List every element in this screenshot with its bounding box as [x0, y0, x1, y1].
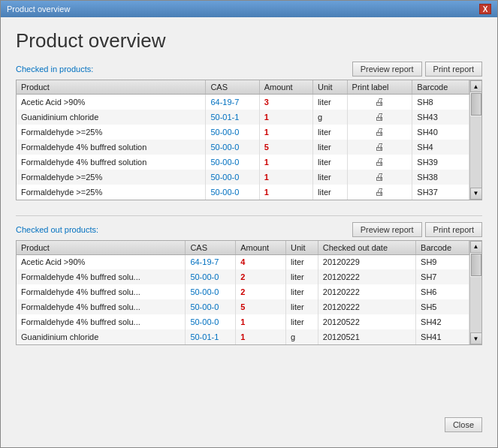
col-unit: Unit: [313, 80, 348, 95]
col-print-label: Print label: [347, 80, 412, 95]
scroll-thumb[interactable]: [471, 93, 481, 116]
checked-out-print-btn[interactable]: Print report: [425, 222, 482, 237]
scroll-down-arrow[interactable]: ▼: [470, 188, 482, 200]
unit-cell: g: [313, 110, 348, 125]
printer-icon[interactable]: 🖨: [375, 96, 385, 107]
table-row[interactable]: Guanidinium chloride 50-01-1 1 g 2012052…: [17, 329, 469, 344]
table-row[interactable]: Formaldehyde 4% buffred solution 50-00-0…: [17, 140, 469, 155]
unit-cell: liter: [313, 125, 348, 140]
cas-cell: 50-00-0: [206, 185, 259, 200]
table-row[interactable]: Formaldehyde 4% buffred solu... 50-00-0 …: [17, 314, 469, 329]
checked-out-section: Checked out products: Preview report Pri…: [16, 222, 482, 346]
printer-icon[interactable]: 🖨: [375, 171, 385, 182]
amount-cell: 1: [236, 329, 286, 344]
checked-in-print-btn[interactable]: Print report: [425, 62, 482, 77]
table-row[interactable]: Formaldehyde 4% buffred solution 50-00-0…: [17, 155, 469, 170]
table-row[interactable]: Formaldehyde 4% buffred solu... 50-00-0 …: [17, 269, 469, 284]
col-barcode-out: Barcode: [416, 241, 469, 255]
checked-in-scrollbar[interactable]: ▲ ▼: [469, 80, 481, 200]
unit-cell: liter: [286, 314, 318, 329]
col-cas-out: CAS: [186, 241, 236, 255]
unit-cell: g: [286, 329, 318, 344]
date-cell: 20120222: [318, 299, 415, 314]
print-label-cell: 🖨: [347, 155, 412, 170]
product-cell: Formaldehyde 4% buffred solu...: [17, 284, 186, 299]
cas-cell: 64-19-7: [206, 95, 259, 110]
print-label-cell: 🖨: [347, 140, 412, 155]
printer-icon[interactable]: 🖨: [375, 111, 385, 122]
scroll-up-arrow-out[interactable]: ▲: [470, 241, 482, 253]
unit-cell: liter: [286, 254, 318, 269]
product-cell: Guanidinium chloride: [17, 329, 186, 344]
cas-cell: 50-00-0: [186, 284, 236, 299]
checked-out-header: Checked out products: Preview report Pri…: [16, 222, 482, 237]
printer-icon[interactable]: 🖨: [375, 186, 385, 197]
barcode-cell: SH7: [416, 269, 469, 284]
checked-in-preview-btn[interactable]: Preview report: [352, 62, 422, 77]
checked-in-header: Checked in products: Preview report Prin…: [16, 62, 482, 77]
product-cell: Formaldehyde >=25%: [17, 125, 206, 140]
print-label-cell: 🖨: [347, 95, 412, 110]
col-barcode: Barcode: [412, 80, 469, 95]
date-cell: 20120522: [318, 314, 415, 329]
unit-cell: liter: [313, 95, 348, 110]
scroll-thumb-out[interactable]: [471, 254, 481, 276]
amount-cell: 1: [259, 155, 312, 170]
product-cell: Acetic Acid >90%: [17, 95, 206, 110]
main-window: Product overview X Product overview Chec…: [0, 0, 498, 448]
amount-cell: 2: [236, 269, 286, 284]
checked-out-table: Product CAS Amount Unit Checked out date…: [17, 241, 469, 345]
barcode-cell: SH8: [412, 95, 469, 110]
close-window-button[interactable]: X: [479, 4, 491, 14]
product-cell: Guanidinium chloride: [17, 110, 206, 125]
barcode-cell: SH41: [416, 329, 469, 344]
date-cell: 20120222: [318, 269, 415, 284]
scroll-track-out: [470, 277, 481, 333]
printer-icon[interactable]: 🖨: [375, 156, 385, 167]
barcode-cell: SH38: [412, 170, 469, 185]
checked-in-section: Checked in products: Preview report Prin…: [16, 62, 482, 200]
scroll-down-arrow-out[interactable]: ▼: [470, 332, 482, 344]
col-cas: CAS: [206, 80, 259, 95]
barcode-cell: SH9: [416, 254, 469, 269]
table-row[interactable]: Formaldehyde >=25% 50-00-0 1 liter 🖨 SH4…: [17, 125, 469, 140]
table-row[interactable]: Formaldehyde 4% buffred solu... 50-00-0 …: [17, 284, 469, 299]
checked-in-table-wrapper: Product CAS Amount Unit Print label Barc…: [16, 80, 482, 200]
checked-out-preview-btn[interactable]: Preview report: [352, 222, 422, 237]
col-product: Product: [17, 80, 206, 95]
print-label-cell: 🖨: [347, 185, 412, 200]
product-cell: Formaldehyde >=25%: [17, 170, 206, 185]
amount-cell: 1: [236, 314, 286, 329]
cas-cell: 50-00-0: [186, 314, 236, 329]
scroll-up-arrow[interactable]: ▲: [470, 80, 482, 92]
checked-out-scrollbar[interactable]: ▲ ▼: [469, 241, 481, 345]
printer-icon[interactable]: 🖨: [375, 141, 385, 152]
barcode-cell: SH4: [412, 140, 469, 155]
amount-cell: 1: [259, 170, 312, 185]
checked-in-header-row: Product CAS Amount Unit Print label Barc…: [17, 80, 469, 95]
checked-out-table-wrapper: Product CAS Amount Unit Checked out date…: [16, 240, 482, 346]
product-cell: Formaldehyde 4% buffred solu...: [17, 314, 186, 329]
checked-in-buttons: Preview report Print report: [352, 62, 482, 77]
unit-cell: liter: [286, 299, 318, 314]
product-cell: Formaldehyde 4% buffred solu...: [17, 269, 186, 284]
amount-cell: 3: [259, 95, 312, 110]
table-row[interactable]: Guanidinium chloride 50-01-1 1 g 🖨 SH43: [17, 110, 469, 125]
title-bar: Product overview X: [1, 1, 497, 17]
table-row[interactable]: Formaldehyde >=25% 50-00-0 1 liter 🖨 SH3…: [17, 185, 469, 200]
close-button[interactable]: Close: [445, 417, 482, 432]
table-row[interactable]: Formaldehyde >=25% 50-00-0 1 liter 🖨 SH3…: [17, 170, 469, 185]
barcode-cell: SH5: [416, 299, 469, 314]
content-area: Product overview Checked in products: Pr…: [1, 17, 497, 447]
col-checkout-date: Checked out date: [318, 241, 415, 255]
amount-cell: 5: [236, 299, 286, 314]
scroll-track: [470, 116, 481, 188]
barcode-cell: SH42: [416, 314, 469, 329]
product-cell: Formaldehyde 4% buffred solution: [17, 155, 206, 170]
table-row[interactable]: Acetic Acid >90% 64-19-7 3 liter 🖨 SH8: [17, 95, 469, 110]
date-cell: 20120521: [318, 329, 415, 344]
unit-cell: liter: [286, 284, 318, 299]
printer-icon[interactable]: 🖨: [375, 126, 385, 137]
table-row[interactable]: Formaldehyde 4% buffred solu... 50-00-0 …: [17, 299, 469, 314]
table-row[interactable]: Acetic Acid >90% 64-19-7 4 liter 2012022…: [17, 254, 469, 269]
